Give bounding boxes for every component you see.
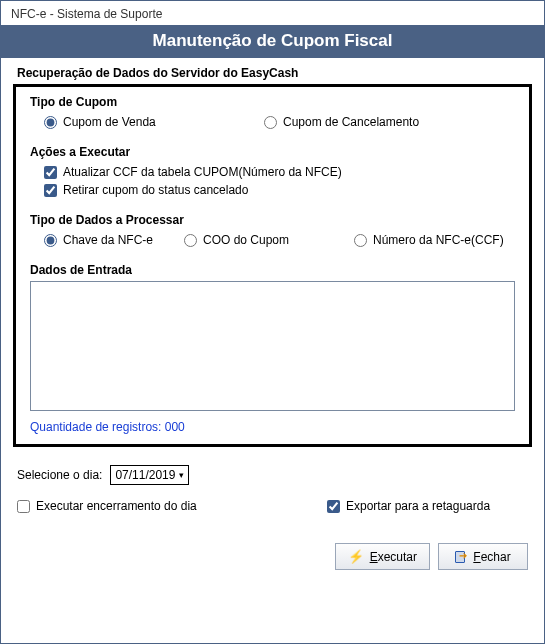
check-atualizar-ccf[interactable] [44,166,57,179]
radio-cupom-cancelamento-label: Cupom de Cancelamento [283,115,419,129]
acoes-label: Ações a Executar [30,145,515,159]
check-retirar-cupom-label: Retirar cupom do status cancelado [63,183,248,197]
window-title: NFC-e - Sistema de Suporte [11,7,162,21]
radio-chave-nfce-label: Chave da NFC-e [63,233,153,247]
fechar-button[interactable]: Fechar [438,543,528,570]
tipo-cupom-label: Tipo de Cupom [30,95,515,109]
tipo-dados-group: Chave da NFC-e COO do Cupom Número da NF… [30,231,515,249]
window-titlebar: NFC-e - Sistema de Suporte [1,1,544,25]
radio-cupom-cancelamento[interactable] [264,116,277,129]
content-area: Recuperação de Dados do Servidor do Easy… [1,58,544,582]
radio-cupom-venda-label: Cupom de Venda [63,115,156,129]
chevron-down-icon[interactable]: ▾ [179,470,184,480]
radio-coo-cupom-label: COO do Cupom [203,233,289,247]
date-picker[interactable]: 07/11/2019 ▾ [110,465,189,485]
tipo-dados-label: Tipo de Dados a Processar [30,213,515,227]
check-executar-encerramento[interactable] [17,500,30,513]
fechar-button-label: Fechar [473,550,510,564]
radio-numero-nfce-label: Número da NFC-e(CCF) [373,233,504,247]
date-value: 07/11/2019 [115,468,175,482]
page-header: Manutenção de Cupom Fiscal [1,25,544,58]
executar-button-label: Executar [370,550,417,564]
bottom-checks: Executar encerramento do dia Exportar pa… [17,499,532,513]
check-atualizar-ccf-label: Atualizar CCF da tabela CUPOM(Número da … [63,165,342,179]
dados-entrada-textarea[interactable] [30,281,515,411]
page-title: Manutenção de Cupom Fiscal [153,31,393,50]
date-row: Selecione o dia: 07/11/2019 ▾ [17,465,532,485]
quantidade-registros: Quantidade de registros: 000 [30,420,515,434]
executar-button[interactable]: ⚡ Executar [335,543,430,570]
radio-coo-cupom[interactable] [184,234,197,247]
dados-entrada-label: Dados de Entrada [30,263,515,277]
tipo-cupom-group: Cupom de Venda Cupom de Cancelamento [30,113,515,131]
radio-cupom-venda[interactable] [44,116,57,129]
section-title: Recuperação de Dados do Servidor do Easy… [17,66,532,80]
date-label: Selecione o dia: [17,468,102,482]
bolt-icon: ⚡ [348,549,364,564]
main-frame: Tipo de Cupom Cupom de Venda Cupom de Ca… [13,84,532,447]
check-exportar-retaguarda[interactable] [327,500,340,513]
check-executar-encerramento-label: Executar encerramento do dia [36,499,197,513]
close-icon [455,551,467,563]
radio-chave-nfce[interactable] [44,234,57,247]
button-bar: ⚡ Executar Fechar [13,543,532,570]
check-exportar-retaguarda-label: Exportar para a retaguarda [346,499,490,513]
check-retirar-cupom[interactable] [44,184,57,197]
radio-numero-nfce[interactable] [354,234,367,247]
